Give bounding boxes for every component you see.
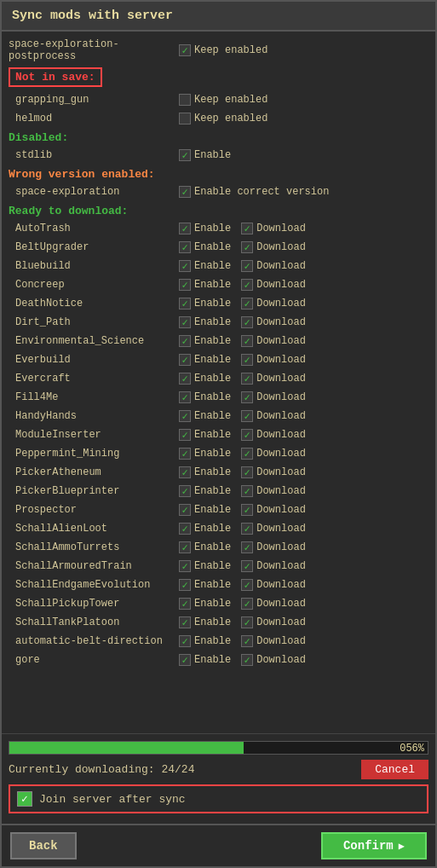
enable-checkbox[interactable] <box>179 560 191 572</box>
enable-checkbox[interactable] <box>179 410 191 422</box>
enable-checkbox[interactable] <box>179 616 191 628</box>
download-label: Download <box>256 391 306 403</box>
mod-name: Concreep <box>9 279 179 291</box>
download-checkbox[interactable] <box>241 448 253 460</box>
download-checkbox[interactable] <box>241 241 253 253</box>
list-item: Prospector Enable Download <box>9 501 428 519</box>
download-checkbox[interactable] <box>241 504 253 516</box>
enable-checkbox[interactable] <box>179 149 191 161</box>
enable-checkbox[interactable] <box>179 94 191 106</box>
download-checkbox[interactable] <box>241 373 253 385</box>
download-checkbox[interactable] <box>241 298 253 310</box>
download-label: Download <box>256 373 306 385</box>
enable-checkbox[interactable] <box>179 635 191 647</box>
download-checkbox[interactable] <box>241 391 253 403</box>
download-checkbox[interactable] <box>241 485 253 497</box>
checkbox-area: Enable Download <box>179 260 313 272</box>
action-label: Enable <box>194 466 231 478</box>
action-label: Enable <box>194 241 231 253</box>
download-checkbox[interactable] <box>241 560 253 572</box>
download-checkbox[interactable] <box>241 335 253 347</box>
action-label: Keep enabled <box>194 94 267 106</box>
download-label: Download <box>256 260 306 272</box>
download-label: Download <box>256 429 306 441</box>
enable-checkbox[interactable] <box>179 113 191 124</box>
download-checkbox[interactable] <box>241 429 253 441</box>
enable-checkbox[interactable] <box>179 260 191 272</box>
action-label: Enable <box>194 316 231 328</box>
download-checkbox[interactable] <box>241 598 253 610</box>
checkbox-area: Enable Download <box>179 523 313 535</box>
list-item: stdlib Enable <box>9 146 428 165</box>
top-mod-checkbox[interactable] <box>179 44 191 56</box>
checkbox-area: Enable Download <box>179 616 313 628</box>
scroll-area[interactable]: space-exploration-postprocess Keep enabl… <box>2 32 435 733</box>
mod-name: Environmental_Science <box>9 335 179 347</box>
download-checkbox[interactable] <box>241 316 253 328</box>
enable-checkbox[interactable] <box>179 598 191 610</box>
list-item: SchallPickupTower Enable Download <box>9 594 428 613</box>
action-label: Keep enabled <box>194 113 267 124</box>
mod-name: ModuleInserter <box>9 429 179 441</box>
download-label: Download <box>256 410 306 422</box>
list-item: space-exploration Enable correct version <box>9 182 428 201</box>
action-label: Enable <box>194 410 231 422</box>
list-item: SchallEndgameEvolution Enable Download <box>9 576 428 594</box>
action-label: Enable <box>194 373 231 385</box>
list-item: BeltUpgrader Enable Download <box>9 238 428 257</box>
checkbox-area: Enable Download <box>179 354 313 366</box>
download-status: Currently downloading: 24/24 <box>9 763 194 776</box>
list-item: ModuleInserter Enable Download <box>9 425 428 444</box>
enable-checkbox[interactable] <box>179 485 191 497</box>
enable-checkbox[interactable] <box>179 523 191 535</box>
download-checkbox[interactable] <box>241 260 253 272</box>
download-checkbox[interactable] <box>241 466 253 478</box>
checkbox-area: Enable Download <box>179 410 313 422</box>
checkbox-area: Enable Download <box>179 466 313 478</box>
disabled-header: Disabled: <box>9 128 428 146</box>
enable-checkbox[interactable] <box>179 579 191 591</box>
download-checkbox[interactable] <box>241 654 253 666</box>
checkbox-area: Enable Download <box>179 485 313 497</box>
list-item: Fill4Me Enable Download <box>9 388 428 407</box>
download-checkbox[interactable] <box>241 523 253 535</box>
enable-checkbox[interactable] <box>179 335 191 347</box>
mod-name: SchallEndgameEvolution <box>9 579 179 591</box>
download-checkbox[interactable] <box>241 354 253 366</box>
enable-checkbox[interactable] <box>179 279 191 291</box>
mod-name: SchallAlienLoot <box>9 523 179 535</box>
enable-checkbox[interactable] <box>179 654 191 666</box>
download-label: Download <box>256 560 306 572</box>
action-label: Enable <box>194 335 231 347</box>
not-in-save-header: Not in save: <box>9 67 102 87</box>
checkbox-area: Enable Download <box>179 298 313 310</box>
enable-checkbox[interactable] <box>179 504 191 516</box>
enable-checkbox[interactable] <box>179 316 191 328</box>
enable-checkbox[interactable] <box>179 448 191 460</box>
download-checkbox[interactable] <box>241 279 253 291</box>
enable-checkbox[interactable] <box>179 298 191 310</box>
confirm-button[interactable]: Confirm <box>321 832 427 859</box>
enable-checkbox[interactable] <box>179 391 191 403</box>
mod-name: Dirt_Path <box>9 316 179 328</box>
enable-checkbox[interactable] <box>179 354 191 366</box>
download-checkbox[interactable] <box>241 410 253 422</box>
cancel-button[interactable]: Cancel <box>361 760 428 779</box>
enable-checkbox[interactable] <box>179 186 191 198</box>
back-button[interactable]: Back <box>10 832 77 859</box>
download-checkbox[interactable] <box>241 616 253 628</box>
download-label: Download <box>256 298 306 310</box>
enable-checkbox[interactable] <box>179 241 191 253</box>
enable-checkbox[interactable] <box>179 429 191 441</box>
enable-checkbox[interactable] <box>179 373 191 385</box>
download-checkbox[interactable] <box>241 579 253 591</box>
enable-checkbox[interactable] <box>179 541 191 553</box>
enable-checkbox[interactable] <box>179 466 191 478</box>
checkbox-area: Enable Download <box>179 391 313 403</box>
enable-checkbox[interactable] <box>179 223 191 234</box>
join-server-checkbox[interactable]: ✓ <box>17 791 32 807</box>
download-checkbox[interactable] <box>241 635 253 647</box>
download-checkbox[interactable] <box>241 541 253 553</box>
download-checkbox[interactable] <box>241 223 253 234</box>
mod-name: AutoTrash <box>9 223 179 234</box>
